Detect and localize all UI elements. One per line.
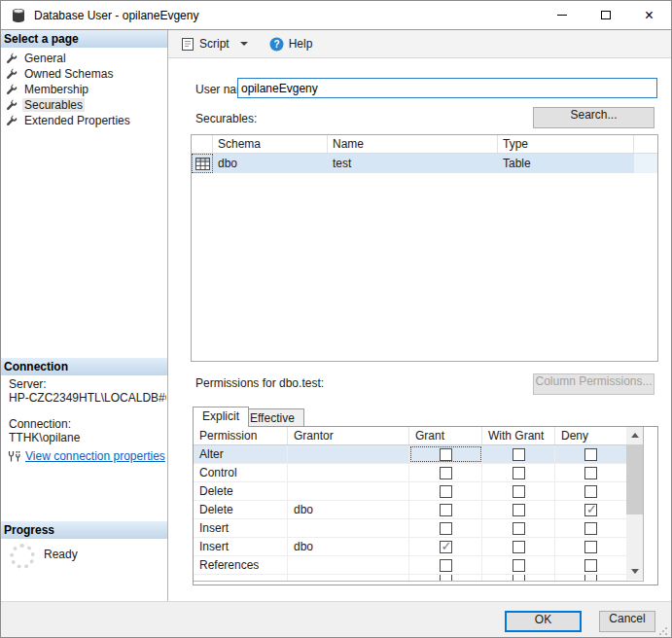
grant-checkbox-cell xyxy=(409,519,482,537)
minimize-button[interactable] xyxy=(540,1,584,29)
deny-checkbox-cell xyxy=(555,575,627,582)
with-grant-checkbox-cell xyxy=(482,538,555,555)
with-grant-checkbox[interactable] xyxy=(513,448,525,461)
securables-column-schema: Schema xyxy=(213,135,328,153)
with-grant-checkbox-cell xyxy=(482,556,555,574)
securables-icon-column-header xyxy=(192,135,213,153)
column-permissions-button[interactable]: Column Permissions... xyxy=(533,373,654,395)
permission-name: Control xyxy=(194,464,288,481)
securables-column-type: Type xyxy=(498,135,634,153)
permission-name: Delete xyxy=(194,501,288,518)
grant-checkbox[interactable] xyxy=(440,467,452,479)
username-input[interactable] xyxy=(237,78,657,98)
database-icon xyxy=(11,8,26,23)
help-button[interactable]: ? Help xyxy=(265,34,317,54)
permission-row[interactable]: Alter xyxy=(194,445,643,464)
connection-value: TTHK\opilane xyxy=(9,431,166,444)
permissions-column-deny: Deny xyxy=(555,427,627,444)
permission-row[interactable]: Deletedbo xyxy=(194,501,643,519)
permissions-rows: AlterControlDeleteDeletedboInsertInsertd… xyxy=(194,445,643,582)
grant-checkbox[interactable] xyxy=(440,522,452,535)
wrench-icon xyxy=(6,53,18,64)
with-grant-checkbox[interactable] xyxy=(513,575,525,582)
deny-checkbox[interactable] xyxy=(584,522,597,535)
tab-effective[interactable]: Effective xyxy=(240,408,304,427)
with-grant-checkbox-cell xyxy=(482,482,555,500)
securables-label: Securables: xyxy=(195,112,257,125)
cancel-button[interactable]: Cancel xyxy=(599,611,655,632)
deny-checkbox[interactable] xyxy=(584,485,597,498)
grant-checkbox[interactable] xyxy=(440,575,452,582)
with-grant-checkbox[interactable] xyxy=(513,559,525,572)
grant-checkbox-cell xyxy=(409,556,482,574)
with-grant-checkbox[interactable] xyxy=(513,467,525,479)
with-grant-checkbox[interactable] xyxy=(513,485,525,498)
securable-name: test xyxy=(328,154,498,173)
sidebar-item-securables[interactable]: Securables xyxy=(4,97,167,113)
permission-name: Alter xyxy=(194,445,288,463)
deny-checkbox[interactable] xyxy=(584,575,597,582)
securable-row[interactable]: dbotestTable xyxy=(192,154,657,173)
sidebar-item-extended-properties[interactable]: Extended Properties xyxy=(4,113,167,128)
permission-row[interactable]: Control xyxy=(194,464,643,482)
permission-row[interactable]: Delete xyxy=(194,482,643,501)
permissions-column-with-grant: With Grant xyxy=(482,427,555,444)
sidebar-item-owned-schemas[interactable]: Owned Schemas xyxy=(4,66,167,82)
permissions-grid: Permission Grantor Grant With Grant Deny… xyxy=(194,427,644,582)
script-dropdown-icon xyxy=(240,42,248,46)
deny-checkbox[interactable] xyxy=(584,448,597,461)
deny-checkbox-cell xyxy=(555,445,627,463)
grant-checkbox[interactable] xyxy=(440,559,452,572)
search-button[interactable]: Search... xyxy=(533,107,654,128)
script-label: Script xyxy=(199,37,230,51)
permissions-column-grantor: Grantor xyxy=(288,427,409,444)
deny-checkbox[interactable] xyxy=(584,504,597,516)
maximize-button[interactable] xyxy=(584,1,627,29)
view-connection-properties-link[interactable]: View connection properties xyxy=(25,449,165,463)
with-grant-checkbox[interactable] xyxy=(513,522,525,535)
permissions-scrollbar[interactable] xyxy=(626,427,643,580)
deny-checkbox[interactable] xyxy=(584,559,597,572)
permission-row[interactable]: Insertdbo xyxy=(194,538,643,556)
resize-grip[interactable] xyxy=(658,626,668,636)
permission-row[interactable]: References xyxy=(194,556,643,575)
database-user-dialog: Database User - opilaneEvgeny × Select a… xyxy=(0,0,672,638)
connection-properties-icon xyxy=(7,450,21,463)
ok-button[interactable]: OK xyxy=(505,611,582,632)
with-grant-checkbox-cell xyxy=(482,575,555,582)
select-a-page-header: Select a page xyxy=(1,30,167,48)
window-title: Database User - opilaneEvgeny xyxy=(34,9,198,22)
close-button[interactable]: × xyxy=(627,1,671,29)
sidebar-item-label: Securables xyxy=(22,98,85,112)
sidebar-item-general[interactable]: General xyxy=(4,51,167,66)
permissions-column-grant: Grant xyxy=(409,427,482,444)
grant-checkbox[interactable] xyxy=(440,504,452,516)
scrollbar-thumb[interactable] xyxy=(626,444,643,514)
permission-row[interactable]: Insert xyxy=(194,519,643,538)
progress-status: Ready xyxy=(44,548,78,561)
securable-icon-cell xyxy=(192,154,213,173)
deny-checkbox[interactable] xyxy=(584,467,597,479)
script-icon xyxy=(181,37,195,52)
deny-checkbox-cell xyxy=(555,538,627,555)
with-grant-checkbox[interactable] xyxy=(513,541,525,553)
wrench-icon xyxy=(6,99,18,111)
scroll-down-icon[interactable] xyxy=(626,563,643,580)
permissions-column-permission: Permission xyxy=(194,427,288,444)
script-button[interactable]: Script xyxy=(177,34,252,54)
with-grant-checkbox[interactable] xyxy=(513,504,525,516)
permissions-header-row: Permission Grantor Grant With Grant Deny xyxy=(194,427,643,445)
deny-checkbox-cell xyxy=(555,501,627,518)
sidebar-item-label: Extended Properties xyxy=(22,114,132,127)
permission-grantor: dbo xyxy=(288,538,409,555)
grant-checkbox[interactable] xyxy=(440,485,452,498)
tab-explicit[interactable]: Explicit xyxy=(193,407,249,427)
grant-checkbox[interactable] xyxy=(440,448,452,461)
scroll-up-icon[interactable] xyxy=(626,427,643,443)
grant-checkbox-cell xyxy=(409,482,482,500)
sidebar-item-label: Owned Schemas xyxy=(22,67,115,81)
deny-checkbox[interactable] xyxy=(584,541,597,553)
grant-checkbox-cell xyxy=(409,501,482,518)
sidebar-item-membership[interactable]: Membership xyxy=(4,82,167,97)
grant-checkbox[interactable] xyxy=(440,541,452,553)
